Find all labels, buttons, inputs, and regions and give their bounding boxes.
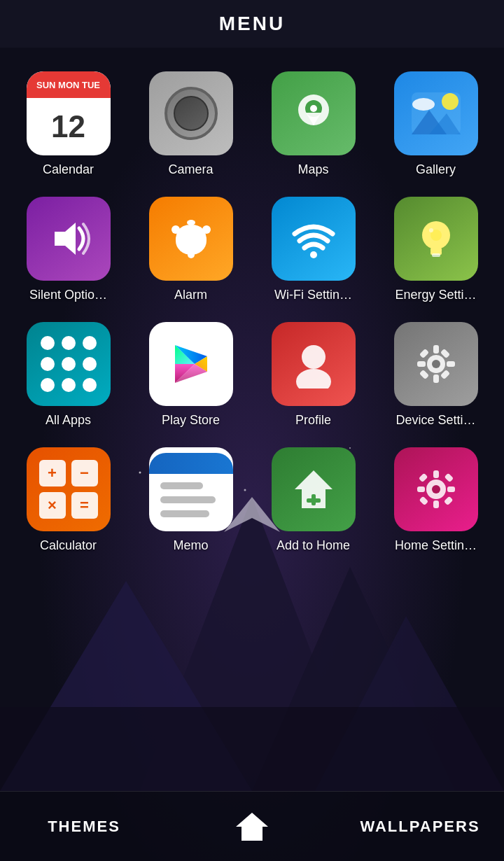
profile-icon [272,322,356,406]
svg-rect-52 [447,361,455,367]
svg-point-39 [429,228,433,232]
svg-point-20 [310,105,317,112]
svg-rect-68 [419,496,428,505]
svg-point-26 [412,98,435,111]
gallery-label: Gallery [416,162,456,177]
svg-rect-64 [417,486,425,492]
app-gallery[interactable]: Gallery [374,62,497,187]
app-allapps[interactable]: All Apps [7,312,130,438]
calendar-label: Calendar [43,162,94,177]
alarm-label: Alarm [174,288,207,302]
app-wifi[interactable]: Wi-Fi Settin… [252,187,374,312]
camera-label: Camera [168,162,213,177]
calculator-icon: + − × = [27,447,111,531]
svg-rect-51 [417,361,426,367]
addtohome-icon [272,447,356,531]
app-camera[interactable]: Camera [130,62,252,187]
app-profile[interactable]: Profile [252,312,374,438]
svg-rect-66 [418,473,427,482]
svg-rect-67 [444,473,453,482]
home-icon [234,809,270,844]
app-silent[interactable]: Silent Optio… [7,187,130,312]
app-addtohome[interactable]: Add to Home [252,438,374,563]
app-playstore[interactable]: Play Store [130,312,252,438]
silent-label: Silent Optio… [29,288,107,302]
svg-rect-59 [307,498,321,503]
svg-rect-63 [433,500,439,508]
app-homesettings[interactable]: Home Settin… [374,438,497,563]
svg-rect-65 [447,486,455,492]
wallpapers-button[interactable]: WALLPAPERS [336,792,504,861]
header-title: MENU [219,13,285,35]
svg-point-32 [202,225,211,234]
themes-button[interactable]: THEMES [0,792,168,861]
playstore-label: Play Store [162,413,220,428]
app-memo[interactable]: Memo [130,438,252,563]
bottom-bar: THEMES WALLPAPERS [0,791,504,861]
calendar-icon: SUN MON TUE 12 [27,71,111,155]
allapps-icon [27,322,111,406]
app-calculator[interactable]: + − × = Calculator [7,438,130,563]
app-energy[interactable]: Energy Setti… [374,187,497,312]
svg-rect-49 [433,345,439,354]
svg-marker-27 [55,223,76,255]
svg-rect-37 [432,253,440,257]
allapps-label: All Apps [46,413,91,428]
maps-label: Maps [298,162,328,177]
maps-icon [272,71,356,155]
silent-icon [27,197,111,281]
energy-icon [394,197,478,281]
svg-rect-50 [433,374,439,383]
app-calendar[interactable]: SUN MON TUE 12 Calendar [7,62,130,187]
calculator-label: Calculator [40,538,97,553]
svg-point-33 [310,251,317,258]
svg-point-30 [188,251,195,258]
svg-rect-62 [433,470,439,478]
app-alarm[interactable]: Alarm [130,187,252,312]
header: MENU [0,0,504,48]
devicesettings-label: Device Setti… [396,413,475,428]
devicesettings-icon [394,322,478,406]
memo-icon [149,447,233,531]
homesettings-label: Home Settin… [395,538,477,553]
svg-point-61 [432,485,440,493]
svg-point-23 [442,93,458,110]
svg-rect-54 [419,370,428,379]
svg-rect-53 [419,349,428,358]
svg-rect-69 [443,496,452,505]
apps-grid: SUN MON TUE 12 Calendar Camera Maps [0,48,504,577]
home-button[interactable] [168,792,336,861]
svg-point-45 [302,345,326,369]
svg-point-31 [172,225,180,234]
app-devicesettings[interactable]: Device Setti… [374,312,497,438]
themes-label: THEMES [48,818,120,836]
svg-point-46 [296,369,331,388]
profile-label: Profile [295,413,331,428]
homesettings-icon [394,447,478,531]
playstore-icon [149,322,233,406]
wifi-label: Wi-Fi Settin… [274,288,352,302]
gallery-icon [394,71,478,155]
addtohome-label: Add to Home [276,538,350,553]
wallpapers-label: WALLPAPERS [360,818,479,836]
wifi-icon [272,197,356,281]
energy-label: Energy Setti… [395,288,476,302]
alarm-icon [149,197,233,281]
memo-label: Memo [173,538,208,553]
camera-icon [149,71,233,155]
svg-rect-29 [187,220,195,225]
svg-rect-17 [0,707,504,791]
svg-rect-71 [248,832,255,841]
svg-point-48 [432,360,440,368]
app-maps[interactable]: Maps [252,62,374,187]
